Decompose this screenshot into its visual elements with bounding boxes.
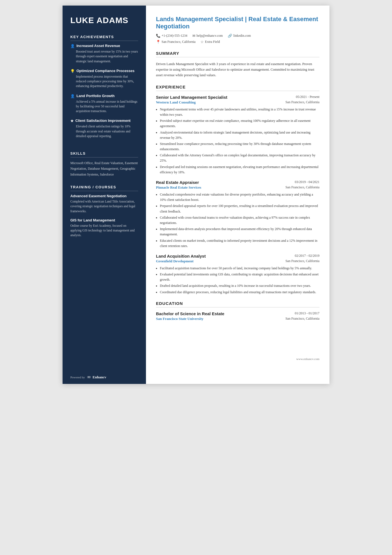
star-icon: ☆ — [200, 40, 204, 44]
main-content: Lands Management Specialist | Real Estat… — [146, 6, 329, 334]
education-title: EDUCATION — [156, 301, 319, 307]
exp-3-header: Land Acquisition Analyst 02/2017 - 02/20… — [156, 254, 319, 258]
exp-2-header: Real Estate Appraiser 03/2019 - 04/2021 — [156, 180, 319, 185]
exp-1-date: 05/2021 - Present — [296, 95, 319, 99]
bullet: Facilitated acquisition transactions for… — [160, 266, 319, 271]
exp-1-title: Senior Land Management Specialist — [156, 95, 227, 100]
bullet: Collaborated with the Attorney General's… — [160, 153, 319, 163]
location-icon: 📍 — [156, 40, 160, 44]
exp-1-company-row: Western Land Consulting San Francisco, C… — [156, 100, 319, 105]
edu-1: Bachelor of Science in Real Estate 01/20… — [156, 311, 319, 321]
achievement-4: ★ Client Satisfaction Improvement Elevat… — [70, 119, 138, 139]
training-1-desc: Completed with American Land Title Assoc… — [70, 199, 138, 214]
contact-linkedin: 🔗 linkedin.com — [228, 34, 251, 38]
training-2-desc: Online course by Esri Academy, focused o… — [70, 223, 138, 238]
contact-location: 📍 San Francisco, California — [156, 40, 195, 44]
achievement-2-icon: 💡 — [70, 69, 75, 73]
achievement-1-title: 👤 Increased Asset Revenue — [70, 44, 138, 48]
exp-2-company-row: Pinnacle Real Estate Services San Franci… — [156, 185, 319, 190]
bullet: Negotiated easement terms with over 45 p… — [160, 107, 319, 117]
powered-by-label: Powered by — [70, 376, 85, 379]
achievement-4-title: ★ Client Satisfaction Improvement — [70, 119, 138, 123]
achievement-1: 👤 Increased Asset Revenue Boosted trust … — [70, 44, 138, 64]
experience-section: EXPERIENCE Senior Land Management Specia… — [156, 83, 319, 300]
email-icon: ✉ — [192, 34, 195, 38]
contact-email: ✉ help@enhancv.com — [192, 34, 223, 38]
skills-section: SKILLS Microsoft Office, Real Estate Val… — [70, 151, 138, 177]
bullet: Implemented data-driven analysis procedu… — [160, 226, 319, 237]
exp-2-date: 03/2019 - 04/2021 — [295, 180, 319, 184]
bullet: Educated clients on market trends, contr… — [160, 238, 319, 249]
exp-3-date: 02/2017 - 02/2019 — [295, 254, 319, 258]
achievement-2-desc: Implemented process improvements that re… — [70, 74, 138, 89]
achievement-3-title: 👤 Land Portfolio Growth — [70, 94, 138, 98]
sidebar-footer: Powered by ∞ Enhancv — [63, 370, 146, 384]
resume-title: Lands Management Specialist | Real Estat… — [156, 16, 319, 30]
achievement-1-icon: 👤 — [70, 44, 75, 48]
edu-1-degree: Bachelor of Science in Real Estate — [156, 311, 224, 316]
location-value: San Francisco, California — [162, 40, 195, 44]
email-value: help@enhancv.com — [197, 34, 223, 38]
linkedin-icon: 🔗 — [228, 34, 232, 38]
training-1-title: Advanced Easement Negotiation — [70, 194, 138, 198]
linkedin-value: linkedin.com — [233, 34, 251, 38]
edu-1-location: San Francisco, California — [286, 317, 319, 321]
achievements-title: KEY ACHIEVEMENTS — [70, 35, 138, 41]
achievement-3-icon: 👤 — [70, 94, 75, 98]
phone-value: +1-(234)-555-1234 — [162, 34, 187, 38]
bullet: Prepared detailed appraisal reports for … — [160, 203, 319, 214]
resume-header: Lands Management Specialist | Real Estat… — [156, 16, 319, 50]
contact-row-1: 📞 +1-(234)-555-1234 ✉ help@enhancv.com 🔗… — [156, 34, 319, 38]
exp-3-location: San Francisco, California — [286, 259, 319, 263]
achievement-2-title: 💡 Optimized Compliance Processes — [70, 69, 138, 73]
bullet: Evaluated potential land investments usi… — [160, 272, 319, 282]
exp-3-company-row: Greenfield Development San Francisco, Ca… — [156, 259, 319, 263]
training-2: GIS for Land Management Online course by… — [70, 218, 138, 238]
resume-name: LUKE ADAMS — [70, 16, 138, 25]
exp-3-company: Greenfield Development — [156, 259, 193, 263]
achievement-4-desc: Elevated client satisfaction ratings by … — [70, 124, 138, 139]
summary-title: SUMMARY — [156, 51, 319, 57]
skills-title: SKILLS — [70, 151, 138, 157]
exp-3-bullets: Facilitated acquisition transactions for… — [156, 266, 319, 295]
exp-2-company: Pinnacle Real Estate Services — [156, 185, 201, 190]
skills-text: Microsoft Office, Real Estate Valuation,… — [70, 160, 138, 177]
contact-extra: ☆ Extra Field — [200, 40, 220, 44]
achievement-1-desc: Boosted trust asset revenue by 15% in tw… — [70, 49, 138, 64]
training-1: Advanced Easement Negotiation Completed … — [70, 194, 138, 214]
bullet: Provided subject matter expertise on rea… — [160, 118, 319, 129]
summary-text: Driven Lands Management Specialist with … — [156, 61, 319, 78]
exp-3-title: Land Acquisition Analyst — [156, 254, 206, 258]
bullet: Coordinated due diligence processes, red… — [160, 290, 319, 295]
brand-name: Enhancv — [93, 375, 106, 379]
contact-row-2: 📍 San Francisco, California ☆ Extra Fiel… — [156, 40, 319, 44]
education-section: EDUCATION Bachelor of Science in Real Es… — [156, 300, 319, 324]
achievement-2: 💡 Optimized Compliance Processes Impleme… — [70, 69, 138, 89]
exp-2-title: Real Estate Appraiser — [156, 180, 199, 185]
edu-1-school-row: San Francisco State University San Franc… — [156, 317, 319, 321]
exp-1-location: San Francisco, California — [286, 100, 319, 104]
exp-2: Real Estate Appraiser 03/2019 - 04/2021 … — [156, 180, 319, 249]
achievement-3-desc: Achieved a 5% annual increase in land ho… — [70, 99, 138, 114]
bullet: Drafted detailed land acquisition propos… — [160, 283, 319, 288]
bullet: Developed and led training sessions on e… — [160, 164, 319, 175]
training-section: TRAINING / COURSES Advanced Easement Neg… — [70, 185, 138, 242]
achievement-3: 👤 Land Portfolio Growth Achieved a 5% an… — [70, 94, 138, 114]
brand-infinity-icon: ∞ — [87, 374, 90, 380]
bullet: Analyzed environmental data to inform st… — [160, 130, 319, 140]
main-footer: www.enhancv.com — [146, 334, 329, 384]
contact-phone: 📞 +1-(234)-555-1234 — [156, 34, 187, 38]
edu-1-school: San Francisco State University — [156, 317, 204, 321]
achievements-section: KEY ACHIEVEMENTS 👤 Increased Asset Reven… — [70, 35, 138, 144]
summary-section: SUMMARY Driven Lands Management Speciali… — [156, 50, 319, 83]
training-title: TRAINING / COURSES — [70, 185, 138, 191]
phone-icon: 📞 — [156, 34, 160, 38]
exp-1-company: Western Land Consulting — [156, 100, 196, 105]
exp-1-header: Senior Land Management Specialist 05/202… — [156, 95, 319, 100]
edu-1-header: Bachelor of Science in Real Estate 01/20… — [156, 311, 319, 316]
exp-1-bullets: Negotiated easement terms with over 45 p… — [156, 107, 319, 175]
edu-1-date: 01/2013 - 01/2017 — [295, 311, 319, 315]
bullet: Collaborated with cross-functional teams… — [160, 215, 319, 226]
exp-2-bullets: Conducted comprehensive real estate valu… — [156, 192, 319, 249]
exp-1: Senior Land Management Specialist 05/202… — [156, 95, 319, 175]
